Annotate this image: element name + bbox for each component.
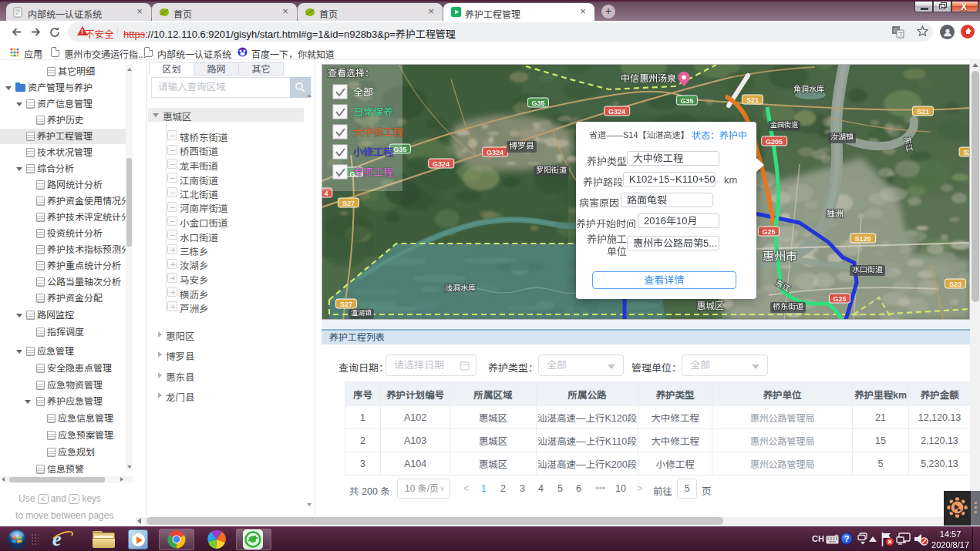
svg-text:文: 文 (898, 31, 904, 37)
